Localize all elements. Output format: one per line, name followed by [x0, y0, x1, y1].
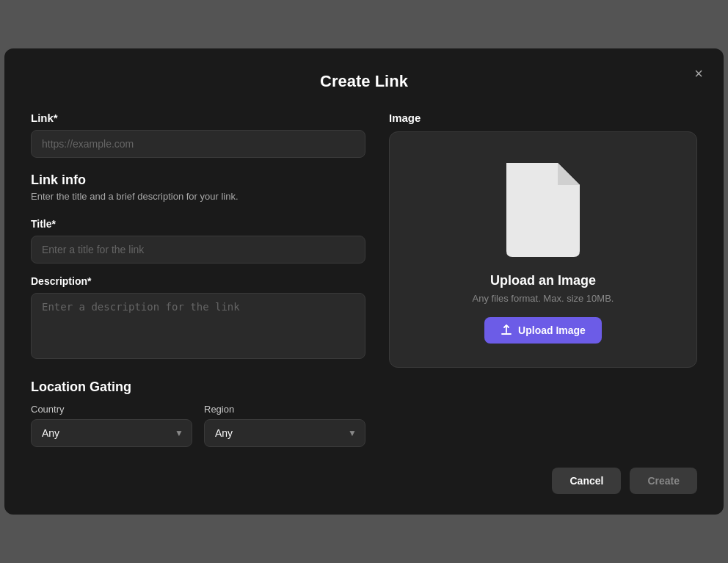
link-label: Link*	[31, 112, 365, 124]
title-label: Title*	[31, 218, 365, 230]
country-label: Country	[31, 404, 192, 415]
country-select-wrapper: Any ▼	[31, 419, 192, 447]
image-label: Image	[389, 112, 697, 124]
upload-title: Upload an Image	[490, 273, 596, 288]
close-button[interactable]: ×	[691, 63, 706, 84]
create-link-modal: Create Link × Link* Link info Enter the …	[4, 48, 724, 515]
description-section: Description*	[31, 275, 365, 362]
region-field: Region Any ▼	[204, 404, 365, 447]
location-gating-heading: Location Gating	[31, 379, 365, 395]
link-info-heading: Link info	[31, 172, 365, 188]
modal-footer: Cancel Create	[31, 468, 697, 494]
link-input[interactable]	[31, 130, 365, 158]
upload-image-label: Upload Image	[518, 324, 586, 336]
right-panel: Image Upload an Image Any files format. …	[389, 112, 697, 447]
modal-title: Create Link	[31, 72, 697, 91]
region-label: Region	[204, 404, 365, 415]
region-select[interactable]: Any	[204, 419, 365, 447]
modal-body: Link* Link info Enter the title and a br…	[31, 112, 697, 447]
modal-header: Create Link	[31, 72, 697, 91]
upload-subtitle: Any files format. Max. size 10MB.	[473, 293, 614, 304]
country-select[interactable]: Any	[31, 419, 192, 447]
left-panel: Link* Link info Enter the title and a br…	[31, 112, 365, 447]
file-icon	[499, 156, 587, 258]
link-info-section: Link info Enter the title and a brief de…	[31, 172, 365, 214]
cancel-button[interactable]: Cancel	[552, 468, 621, 494]
create-button[interactable]: Create	[630, 468, 697, 494]
country-field: Country Any ▼	[31, 404, 192, 447]
description-label: Description*	[31, 275, 365, 287]
title-input[interactable]	[31, 236, 365, 264]
modal-overlay: Create Link × Link* Link info Enter the …	[0, 0, 728, 563]
link-section: Link*	[31, 112, 365, 158]
location-row: Country Any ▼ Region	[31, 404, 365, 447]
description-input[interactable]	[31, 293, 365, 359]
upload-image-button[interactable]: Upload Image	[484, 317, 602, 344]
region-select-wrapper: Any ▼	[204, 419, 365, 447]
link-info-subtitle: Enter the title and a brief description …	[31, 191, 365, 202]
image-upload-area: Upload an Image Any files format. Max. s…	[389, 131, 697, 368]
title-section: Title*	[31, 218, 365, 264]
location-section: Location Gating Country Any ▼	[31, 379, 365, 447]
upload-icon	[500, 324, 512, 336]
